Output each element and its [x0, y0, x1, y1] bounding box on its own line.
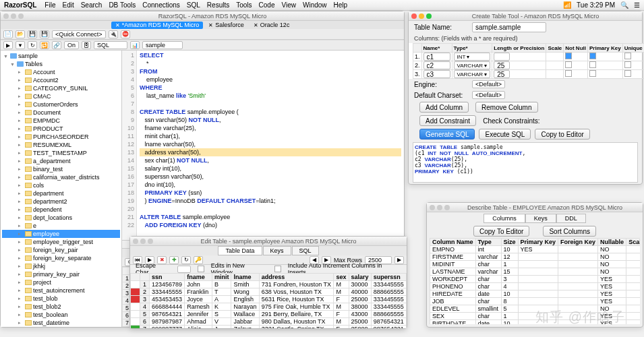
open-icon[interactable]: 📂 — [16, 30, 25, 38]
table-row[interactable]: 6987987987AhmadVJabbar980 Dallas, Housto… — [131, 318, 407, 326]
conn-tab[interactable]: ✕*Amazon RDS MySQL Micro — [111, 22, 204, 29]
edits-new-checkbox[interactable] — [198, 266, 204, 272]
menu-icon[interactable]: ☰ — [634, 1, 640, 9]
generate-sql-button[interactable]: Generate SQL — [419, 129, 475, 140]
menu-sql[interactable]: SQL — [187, 1, 200, 9]
len-input[interactable] — [494, 61, 510, 69]
menu-results[interactable]: Results — [207, 1, 229, 9]
table-row[interactable]: EDLEVELsmallint5NO — [430, 305, 641, 313]
table-row[interactable]: 7999887777AliciaJZelaya3321 Castle, Spri… — [131, 326, 407, 329]
table-row[interactable]: WORKDEPTchar3YES — [430, 276, 641, 283]
table-row[interactable]: 1123456789JohnBSmith731 Fondren, Houston… — [131, 281, 407, 288]
tree-table[interactable]: ▸ PURCHASEORDER — [2, 133, 120, 141]
tree-table[interactable]: ▸ CustomerOrders — [2, 100, 120, 109]
inc-auto-checkbox[interactable] — [274, 266, 281, 272]
refresh-icon[interactable]: ↻ — [28, 41, 37, 49]
run-icon[interactable]: ▶ — [3, 41, 13, 49]
table-row[interactable]: MIDINITchar1NO — [430, 261, 641, 268]
menu-tools[interactable]: Tools — [236, 1, 252, 9]
tree-table[interactable]: ▸ CMAC — [2, 92, 120, 100]
db-icon[interactable]: 🗄 — [82, 41, 91, 49]
add-constraint-button[interactable]: Add Constraint — [419, 115, 476, 126]
pk-checkbox[interactable] — [589, 53, 596, 59]
charset-select[interactable]: <Default> — [472, 91, 505, 99]
add-column-button[interactable]: Add Column — [419, 102, 469, 113]
on-toggle[interactable]: On — [64, 41, 79, 49]
add-icon[interactable]: ✚ — [169, 256, 179, 264]
tree-table[interactable]: ▸ Account — [2, 68, 120, 76]
stop-icon[interactable]: ⛔ — [121, 30, 130, 38]
table-row[interactable]: LASTNAMEvarchar15NO — [430, 268, 641, 276]
table-row[interactable]: BIRTHDATEdate10YES — [430, 320, 641, 325]
tree-table[interactable]: ▸ test_datetime — [2, 319, 120, 327]
tree-table[interactable]: ▸ Account2 — [2, 76, 120, 84]
unique-checkbox[interactable] — [624, 70, 631, 77]
history-icon[interactable]: 🔁 — [40, 41, 49, 49]
schema-icon[interactable]: 📊 — [130, 41, 140, 49]
copy-editor-button[interactable]: Copy to Editor — [535, 129, 589, 140]
describe-tab[interactable]: Columns — [484, 214, 525, 223]
sql-editor[interactable]: 12345678910111213141516171819202122 SELE… — [122, 51, 404, 240]
col-row[interactable]: 2.VARCHAR ▾ — [413, 61, 645, 70]
refresh2-icon[interactable]: ↻ — [181, 256, 191, 264]
pk-checkbox[interactable] — [589, 70, 596, 77]
colname-input[interactable] — [423, 53, 450, 61]
quick-connect[interactable]: <Quick Connect> — [52, 30, 106, 38]
notnull-checkbox[interactable] — [565, 53, 572, 59]
tree-table[interactable]: ▸ RESUMEXML — [2, 141, 120, 149]
tree-table[interactable]: ▸ cols — [2, 181, 120, 189]
tree-table[interactable]: ▸ department2 — [2, 197, 120, 206]
col-row[interactable]: 1.INT ▾ — [413, 53, 645, 61]
tree-table[interactable]: ▸ test_blob — [2, 295, 120, 303]
edit-tab[interactable]: SQL — [292, 246, 319, 255]
colname-input[interactable] — [423, 70, 450, 78]
table-row[interactable]: JOBchar8YES — [430, 298, 641, 305]
copy-to-editor-button[interactable]: Copy To Editor — [473, 226, 529, 237]
sql-select[interactable]: SQL — [94, 41, 127, 49]
tree-table[interactable]: ▸ test_boolean — [2, 311, 120, 319]
tree-table[interactable]: ▸ foreign_key_separate — [2, 254, 120, 262]
menu-window[interactable]: Window — [303, 1, 327, 9]
table-row[interactable]: FIRSTNMEvarchar12NO — [430, 253, 641, 261]
menu-edit[interactable]: Edit — [62, 1, 74, 9]
table-row[interactable]: 4666884444RameshKNarayan975 Fire Oak, Hu… — [131, 303, 407, 311]
connect-icon[interactable]: 🔌 — [109, 30, 118, 38]
tablename-input[interactable] — [472, 22, 546, 32]
tree-table[interactable]: ▸ e — [2, 222, 120, 230]
schema-select[interactable]: sample — [142, 41, 183, 49]
menu-help[interactable]: Help — [334, 1, 348, 9]
len-input[interactable] — [494, 70, 510, 78]
menu-view[interactable]: View — [281, 1, 296, 9]
edit-tab[interactable]: Table Data — [218, 246, 262, 255]
edit-grid[interactable]: ssnfnameminitlnameaddresssexsalarysupers… — [130, 273, 407, 328]
tree-table[interactable]: ▸ department — [2, 189, 120, 197]
notnull-checkbox[interactable] — [565, 61, 572, 68]
colname-input[interactable] — [423, 61, 450, 69]
tree-table[interactable]: ▸ test_blob2 — [2, 303, 120, 311]
tree-table[interactable]: ▸ foreign_key_pair — [2, 246, 120, 254]
pk-checkbox[interactable] — [589, 61, 596, 68]
conn-tab[interactable]: ✕Salesforce — [204, 22, 248, 29]
describe-tab[interactable]: Keys — [525, 214, 556, 223]
table-row[interactable]: 2333445555FranklinTWong638 Voss, Houston… — [131, 288, 407, 296]
down-icon[interactable]: ▼ — [16, 41, 25, 49]
tree-root[interactable]: ▼ sample — [2, 52, 120, 60]
describe-grid[interactable]: Column NameTypeSizePrimary KeyForeign Ke… — [430, 238, 640, 324]
table-row[interactable]: HIREDATEdate10YES — [430, 290, 641, 298]
len-input[interactable] — [494, 53, 510, 61]
create-columns-grid[interactable]: Name*Type*Length or PrecisionScaleNot Nu… — [409, 43, 642, 79]
remove-column-button[interactable]: Remove Column — [475, 102, 537, 113]
unique-checkbox[interactable] — [624, 61, 631, 68]
tree-table[interactable]: ▸ a_department — [2, 157, 120, 165]
notnull-checkbox[interactable] — [565, 70, 572, 77]
tree-table[interactable]: ▸ dependent — [2, 206, 120, 214]
col-row[interactable]: 3.VARCHAR ▾ — [413, 70, 645, 79]
execute-sql-button[interactable]: Execute SQL — [479, 129, 531, 140]
tree-table[interactable]: ▸ dept_locations — [2, 214, 120, 222]
menu-file[interactable]: File — [45, 1, 55, 9]
connect2-icon[interactable]: 🔗 — [52, 41, 61, 49]
save-icon[interactable]: 💾 — [28, 30, 37, 38]
engine-select[interactable]: <Default> — [472, 80, 505, 88]
menu-search[interactable]: Search — [81, 1, 103, 9]
table-row[interactable]: PHONENOchar4YES — [430, 283, 641, 290]
